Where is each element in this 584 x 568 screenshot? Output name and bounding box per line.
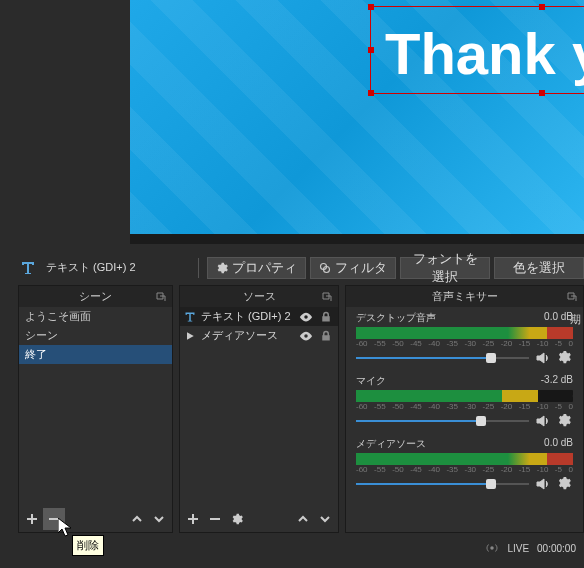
add-source-button[interactable] [182,508,204,530]
scenes-footer [19,506,172,532]
source-label: テキスト (GDI+) 2 [201,309,291,324]
cursor-icon [58,518,72,538]
channel-name: デスクトップ音声 [356,311,436,325]
source-down-button[interactable] [314,508,336,530]
sources-list[interactable]: テキスト (GDI+) 2 メディアソース [180,307,338,506]
scenes-panel: シーン ようこそ画面 シーン 終了 [18,285,173,533]
meter-ticks: -60-55-50-45-40-35-30-25-20-15-10-50 [356,339,573,348]
visibility-icon[interactable] [299,329,313,343]
popout-icon[interactable] [156,292,166,302]
volume-slider[interactable] [356,476,529,492]
text-source-icon [184,311,196,323]
channel-db: 0.0 dB [544,437,573,451]
sources-header[interactable]: ソース [180,286,338,307]
source-up-button[interactable] [292,508,314,530]
gear-icon[interactable] [557,350,573,366]
select-color-button[interactable]: 色を選択 [494,257,584,279]
partial-panel-text: 期 [570,312,584,327]
lock-icon[interactable] [320,330,334,342]
mixer-title: 音声ミキサー [432,289,498,304]
select-font-button[interactable]: フォントを選択 [400,257,490,279]
filters-label: フィルタ [335,259,387,277]
source-toolbar: テキスト (GDI+) 2 プロパティ フィルタ フォントを選択 色を選択 [18,255,584,280]
tooltip: 削除 [72,535,104,556]
mixer-panel: 音声ミキサー デスクトップ音声0.0 dB -60-55-50-45-40-35… [345,285,584,533]
lock-icon[interactable] [320,311,334,323]
vu-meter [356,333,573,339]
source-properties-button[interactable] [226,508,248,530]
filter-icon [319,262,331,274]
channel-name: マイク [356,374,386,388]
preview-area[interactable]: Thank yo [130,0,584,244]
handle-top-mid[interactable] [539,4,545,10]
preview-canvas[interactable]: Thank yo [130,0,584,234]
mixer-channel: マイク-3.2 dB -60-55-50-45-40-35-30-25-20-1… [346,370,583,433]
scene-item[interactable]: シーン [19,326,172,345]
source-label: メディアソース [201,328,278,343]
gear-icon [216,262,228,274]
handle-mid-left[interactable] [368,47,374,53]
properties-label: プロパティ [232,259,297,277]
remove-source-button[interactable] [204,508,226,530]
scene-down-button[interactable] [148,508,170,530]
channel-db: 0.0 dB [544,311,573,325]
scenes-title: シーン [79,289,112,304]
text-source-icon [18,258,38,278]
source-item[interactable]: メディアソース [180,326,338,345]
sources-title: ソース [243,289,276,304]
handle-top-left[interactable] [368,4,374,10]
separator [198,258,199,278]
vu-meter [356,396,573,402]
channel-db: -3.2 dB [541,374,573,388]
gear-icon[interactable] [557,413,573,429]
properties-button[interactable]: プロパティ [207,257,306,279]
stream-indicator-icon [485,541,499,555]
speaker-icon[interactable] [535,476,551,492]
handle-bottom-mid[interactable] [539,90,545,96]
scene-up-button[interactable] [126,508,148,530]
vu-meter [356,459,573,465]
volume-slider[interactable] [356,413,529,429]
scene-item[interactable]: ようこそ画面 [19,307,172,326]
panels-row: シーン ようこそ画面 シーン 終了 ソース テキスト (GDI+) 2 [18,285,584,533]
meter-ticks: -60-55-50-45-40-35-30-25-20-15-10-50 [356,402,573,411]
handle-bottom-left[interactable] [368,90,374,96]
media-source-icon [184,330,196,342]
popout-icon[interactable] [567,292,577,302]
add-scene-button[interactable] [21,508,43,530]
mixer-channel: メディアソース0.0 dB -60-55-50-45-40-35-30-25-2… [346,433,583,496]
live-time: 00:00:00 [537,543,576,554]
mixer-header[interactable]: 音声ミキサー [346,286,583,307]
speaker-icon[interactable] [535,350,551,366]
source-name-label: テキスト (GDI+) 2 [42,260,136,275]
meter-ticks: -60-55-50-45-40-35-30-25-20-15-10-50 [356,465,573,474]
mixer-channel: デスクトップ音声0.0 dB -60-55-50-45-40-35-30-25-… [346,307,583,370]
source-item[interactable]: テキスト (GDI+) 2 [180,307,338,326]
volume-slider[interactable] [356,350,529,366]
svg-point-2 [491,546,495,550]
speaker-icon[interactable] [535,413,551,429]
live-label: LIVE [507,543,529,554]
popout-icon[interactable] [322,292,332,302]
scenes-list[interactable]: ようこそ画面 シーン 終了 [19,307,172,506]
scenes-header[interactable]: シーン [19,286,172,307]
scene-item[interactable]: 終了 [19,345,172,364]
filters-button[interactable]: フィルタ [310,257,396,279]
selection-box[interactable] [370,6,584,94]
channel-name: メディアソース [356,437,426,451]
gear-icon[interactable] [557,476,573,492]
sources-footer [180,506,338,532]
sources-panel: ソース テキスト (GDI+) 2 メディアソース [179,285,339,533]
visibility-icon[interactable] [299,310,313,324]
mixer-body: デスクトップ音声0.0 dB -60-55-50-45-40-35-30-25-… [346,307,583,532]
